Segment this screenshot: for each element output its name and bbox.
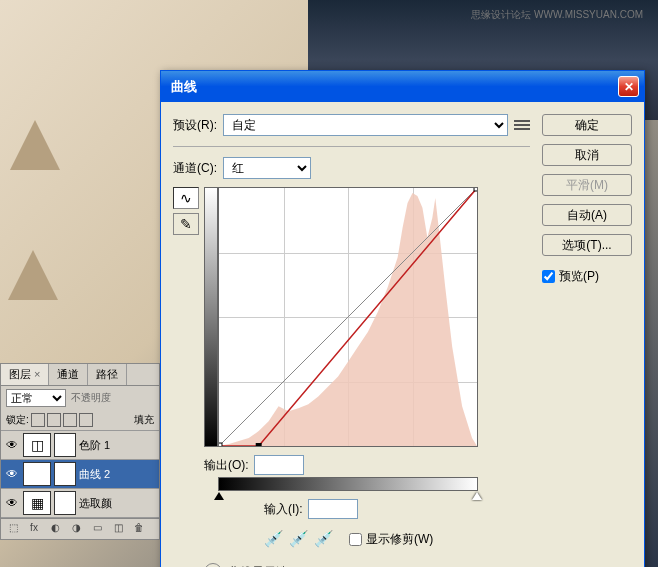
curve-line-icon [219, 188, 477, 446]
fill-label: 填充 [134, 413, 154, 427]
delete-layer-icon[interactable]: 🗑 [130, 522, 148, 536]
layer-name: 色阶 1 [79, 438, 156, 453]
output-gradient [204, 187, 218, 447]
layer-name: 选取颜 [79, 496, 156, 511]
output-input[interactable] [254, 455, 304, 475]
adjustment-layer-icon[interactable]: ◑ [67, 522, 85, 536]
blend-mode-select[interactable]: 正常 [6, 389, 66, 407]
svg-line-0 [219, 188, 477, 446]
tab-channels[interactable]: 通道 [49, 364, 88, 385]
expand-label: 曲线显示选项 [228, 564, 300, 568]
output-label: 输出(O): [204, 457, 249, 474]
preset-label: 预设(R): [173, 117, 217, 134]
layer-thumb-icon: ▦ [23, 491, 51, 515]
white-eyedropper-icon[interactable]: 💉 [314, 529, 334, 549]
layer-item[interactable]: 👁 ⤢ 曲线 2 [1, 460, 159, 489]
black-point-slider[interactable] [214, 492, 224, 500]
link-layers-icon[interactable]: ⬚ [4, 522, 22, 536]
lock-pixels-icon[interactable] [47, 413, 61, 427]
curves-dialog: 曲线 ✕ 预设(R): 自定 通道(C): 红 ∿ ✎ [160, 70, 645, 567]
preview-checkbox[interactable]: 预览(P) [542, 268, 632, 285]
black-eyedropper-icon[interactable]: 💉 [264, 529, 284, 549]
tab-paths[interactable]: 路径 [88, 364, 127, 385]
watermark-top: 思缘设计论坛 WWW.MISSYUAN.COM [471, 8, 643, 22]
lock-position-icon[interactable] [63, 413, 77, 427]
show-clipping-checkbox[interactable]: 显示修剪(W) [349, 531, 433, 548]
dialog-title: 曲线 [171, 78, 618, 96]
layer-item[interactable]: 👁 ◫ 色阶 1 [1, 431, 159, 460]
opacity-label: 不透明度 [71, 391, 111, 405]
input-label: 输入(I): [264, 501, 303, 518]
ok-button[interactable]: 确定 [542, 114, 632, 136]
svg-rect-1 [219, 443, 222, 446]
layer-name: 曲线 2 [79, 467, 156, 482]
layer-mask-icon [54, 462, 76, 486]
white-point-slider[interactable] [472, 492, 482, 500]
lock-label: 锁定: [6, 413, 29, 427]
options-button[interactable]: 选项(T)... [542, 234, 632, 256]
preview-input[interactable] [542, 270, 555, 283]
visibility-icon[interactable]: 👁 [4, 466, 20, 482]
layer-fx-icon[interactable]: fx [25, 522, 43, 536]
curve-pencil-tool[interactable]: ✎ [173, 213, 199, 235]
preset-select[interactable]: 自定 [223, 114, 508, 136]
close-button[interactable]: ✕ [618, 76, 639, 97]
expand-options-button[interactable]: ⌄ [204, 563, 222, 567]
preset-menu-icon[interactable] [514, 118, 530, 132]
auto-button[interactable]: 自动(A) [542, 204, 632, 226]
titlebar[interactable]: 曲线 ✕ [161, 71, 644, 102]
channel-select[interactable]: 红 [223, 157, 311, 179]
layer-item[interactable]: 👁 ▦ 选取颜 [1, 489, 159, 518]
layers-panel: 图层× 通道 路径 正常 不透明度 锁定: 填充 👁 ◫ 色阶 1 👁 ⤢ 曲线… [0, 363, 160, 540]
lock-all-icon[interactable] [79, 413, 93, 427]
layer-thumb-icon: ◫ [23, 433, 51, 457]
smooth-button: 平滑(M) [542, 174, 632, 196]
layer-mask-icon [54, 491, 76, 515]
svg-rect-2 [256, 443, 262, 446]
layer-mask-icon [54, 433, 76, 457]
curve-point-tool[interactable]: ∿ [173, 187, 199, 209]
layer-mask-add-icon[interactable]: ◐ [46, 522, 64, 536]
show-clipping-input[interactable] [349, 533, 362, 546]
curves-graph[interactable] [218, 187, 478, 447]
gray-eyedropper-icon[interactable]: 💉 [289, 529, 309, 549]
visibility-icon[interactable]: 👁 [4, 495, 20, 511]
lock-transparency-icon[interactable] [31, 413, 45, 427]
cancel-button[interactable]: 取消 [542, 144, 632, 166]
svg-rect-3 [474, 188, 477, 191]
tab-layers[interactable]: 图层× [1, 364, 49, 385]
visibility-icon[interactable]: 👁 [4, 437, 20, 453]
input-input[interactable] [308, 499, 358, 519]
input-gradient[interactable] [218, 477, 478, 491]
new-layer-icon[interactable]: ◫ [109, 522, 127, 536]
new-group-icon[interactable]: ▭ [88, 522, 106, 536]
channel-label: 通道(C): [173, 160, 217, 177]
layer-thumb-icon: ⤢ [23, 462, 51, 486]
